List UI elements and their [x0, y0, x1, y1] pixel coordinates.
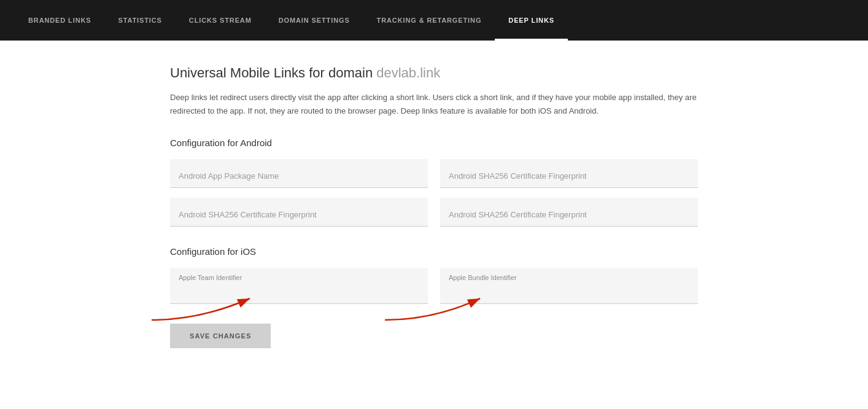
nav-item-tracking-retargeting[interactable]: TRACKING & RETARGETING	[363, 0, 495, 41]
apple-team-input[interactable]	[179, 284, 419, 298]
android-sha256-input-3[interactable]	[449, 210, 689, 219]
nav-item-deep-links[interactable]: DEEP LINKS	[495, 0, 568, 41]
page-description: Deep links let redirect users directly v…	[170, 91, 698, 118]
android-package-field	[170, 159, 428, 188]
ios-row: Apple Team Identifier Apple Bundle Ident…	[170, 268, 698, 304]
apple-team-field: Apple Team Identifier	[170, 268, 428, 304]
apple-bundle-field: Apple Bundle Identifier	[440, 268, 698, 304]
android-section: Configuration for Android	[170, 138, 698, 227]
android-sha256-input-1[interactable]	[449, 171, 689, 181]
android-sha256-input-2[interactable]	[179, 210, 419, 219]
android-sha256-field-2	[170, 198, 428, 227]
ios-fields-container: Apple Team Identifier Apple Bundle Ident…	[170, 268, 698, 304]
android-row-2	[170, 198, 698, 227]
apple-bundle-label: Apple Bundle Identifier	[449, 274, 689, 281]
android-row-1	[170, 159, 698, 188]
ios-section-label: Configuration for iOS	[170, 246, 698, 257]
android-package-input[interactable]	[179, 171, 419, 181]
android-sha256-field-1	[440, 159, 698, 188]
page-content: Universal Mobile Links for domain devlab…	[158, 41, 710, 385]
nav-item-domain-settings[interactable]: DOMAIN SETTINGS	[265, 0, 363, 41]
android-section-label: Configuration for Android	[170, 138, 698, 148]
apple-team-label: Apple Team Identifier	[179, 274, 419, 281]
main-nav: BRANDED LINKSSTATISTICSCLICKS STREAMDOMA…	[0, 0, 868, 41]
ios-section: Configuration for iOS Apple Team Identif…	[170, 246, 698, 304]
save-button-wrapper: SAVE CHANGES	[170, 324, 698, 348]
nav-item-statistics[interactable]: STATISTICS	[105, 0, 176, 41]
page-title: Universal Mobile Links for domain devlab…	[170, 65, 698, 81]
nav-item-clicks-stream[interactable]: CLICKS STREAM	[176, 0, 265, 41]
save-button[interactable]: SAVE CHANGES	[170, 324, 271, 348]
android-sha256-field-3	[440, 198, 698, 227]
apple-bundle-input[interactable]	[449, 284, 689, 298]
page-title-text: Universal Mobile Links for domain	[170, 65, 373, 80]
domain-name: devlab.link	[376, 65, 440, 80]
nav-item-branded-links[interactable]: BRANDED LINKS	[15, 0, 105, 41]
